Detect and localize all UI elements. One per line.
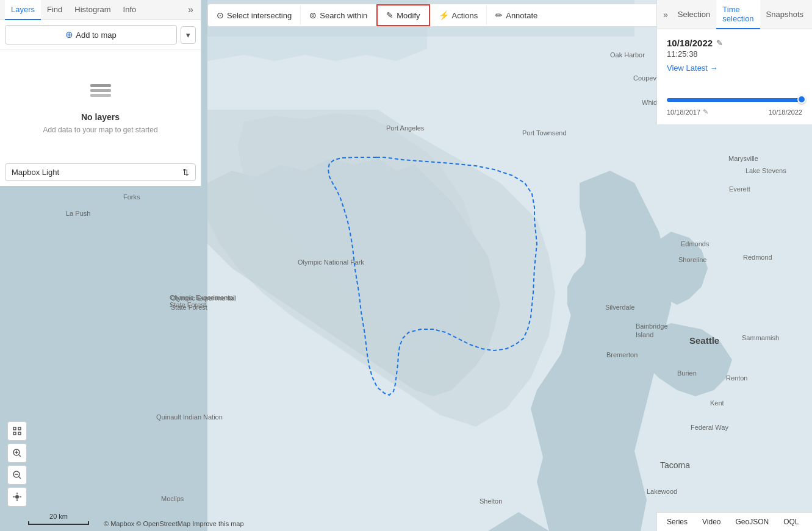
fit-to-extent-button[interactable]	[7, 421, 27, 441]
sidebar-tabs: Layers Find Histogram Info »	[0, 0, 201, 20]
timeline-start-edit-icon[interactable]: ✎	[703, 108, 708, 116]
zoom-out-button[interactable]	[7, 465, 27, 485]
tab-selection[interactable]: Selection	[672, 5, 716, 25]
modify-label: Modify	[397, 11, 420, 20]
modify-button[interactable]: ✎ Modify	[376, 4, 429, 26]
basemap-selector[interactable]: Mapbox Light ⇅	[5, 163, 196, 181]
timeline-start-date: 10/18/2017	[667, 109, 700, 116]
timeline-thumb[interactable]	[797, 95, 806, 104]
tab-info[interactable]: Info	[117, 0, 143, 20]
scale-bar: 20 km	[28, 513, 89, 525]
basemap-label: Mapbox Light	[12, 168, 59, 177]
add-to-map-label: Add to map	[76, 30, 117, 40]
svg-rect-5	[90, 84, 111, 87]
annotate-icon: ✏	[495, 10, 503, 20]
timeline-labels: 10/18/2017 ✎ 10/18/2022	[667, 108, 802, 116]
layers-icon	[85, 74, 116, 105]
timeline-fill	[667, 98, 802, 102]
tab-histogram[interactable]: Histogram	[68, 0, 117, 20]
svg-rect-6	[13, 427, 16, 430]
no-layers-title: No layers	[81, 112, 120, 122]
right-panel: » Selection Time selection Snapshots 10/…	[656, 0, 812, 124]
add-to-map-chevron[interactable]: ▾	[181, 26, 196, 44]
date-value: 10/18/2022	[667, 38, 713, 48]
add-to-map-row: ⊕ Add to map ▾	[0, 20, 201, 50]
bottom-tab-oql[interactable]: OQL	[778, 515, 803, 529]
scale-line	[28, 521, 89, 525]
selection-date-section: 10/18/2022 ✎ 11:25:38 View Latest →	[657, 29, 812, 81]
bottom-tab-geojson[interactable]: GeoJSON	[731, 515, 774, 529]
actions-icon: ⚡	[439, 10, 449, 20]
view-latest-link[interactable]: View Latest →	[667, 63, 718, 73]
svg-rect-4	[90, 89, 111, 92]
select-intersecting-button[interactable]: ⊙ Select intersecting	[208, 5, 301, 25]
location-button[interactable]	[7, 487, 27, 507]
bottom-tab-video[interactable]: Video	[697, 515, 725, 529]
svg-rect-3	[90, 94, 111, 97]
bottom-right-tabs: Series Video GeoJSON OQL	[656, 512, 812, 531]
svg-line-11	[19, 455, 21, 457]
no-layers-area: No layers Add data to your map to get st…	[0, 50, 201, 159]
basemap-chevron-icon: ⇅	[182, 168, 189, 177]
tab-find[interactable]: Find	[41, 0, 68, 20]
svg-rect-8	[13, 432, 16, 435]
svg-point-17	[15, 495, 19, 499]
right-panel-expand-button[interactable]: »	[659, 7, 672, 22]
tab-time-selection[interactable]: Time selection	[716, 0, 760, 29]
time-value: 11:25:38	[667, 49, 802, 59]
actions-label: Actions	[452, 11, 478, 20]
right-panel-tabs: » Selection Time selection Snapshots	[657, 0, 812, 29]
modify-icon: ✎	[386, 10, 393, 20]
search-within-button[interactable]: ⊚ Search within	[301, 5, 376, 25]
search-within-icon: ⊚	[309, 10, 317, 20]
svg-rect-9	[18, 432, 21, 435]
map-controls	[7, 421, 27, 507]
scale-label: 20 km	[28, 513, 89, 520]
select-intersecting-label: Select intersecting	[227, 11, 292, 20]
svg-rect-7	[18, 427, 21, 430]
tab-layers[interactable]: Layers	[5, 0, 41, 20]
tab-snapshots[interactable]: Snapshots	[760, 5, 810, 25]
attribution-text: © Mapbox © OpenStreetMap Improve this ma…	[104, 520, 244, 527]
svg-line-15	[19, 477, 21, 479]
zoom-in-button[interactable]	[7, 443, 27, 463]
sidebar: Layers Find Histogram Info » ⊕ Add to ma…	[0, 0, 201, 186]
add-to-map-button[interactable]: ⊕ Add to map	[5, 25, 177, 45]
actions-button[interactable]: ⚡ Actions	[430, 5, 487, 25]
timeline-end-date: 10/18/2022	[769, 109, 802, 116]
timeline-track[interactable]	[667, 98, 802, 102]
annotate-label: Annotate	[506, 11, 537, 20]
no-layers-subtitle: Add data to your map to get started	[43, 126, 157, 134]
date-edit-icon[interactable]: ✎	[716, 38, 723, 48]
search-within-label: Search within	[320, 11, 367, 20]
sidebar-collapse-button[interactable]: »	[185, 2, 196, 18]
plus-circle-icon: ⊕	[65, 29, 73, 40]
timeline-section: 10/18/2017 ✎ 10/18/2022	[657, 81, 812, 124]
bottom-tab-series[interactable]: Series	[662, 515, 692, 529]
annotate-button[interactable]: ✏ Annotate	[487, 5, 546, 25]
select-intersecting-icon: ⊙	[217, 10, 224, 20]
attribution: © Mapbox © OpenStreetMap Improve this ma…	[104, 520, 244, 527]
